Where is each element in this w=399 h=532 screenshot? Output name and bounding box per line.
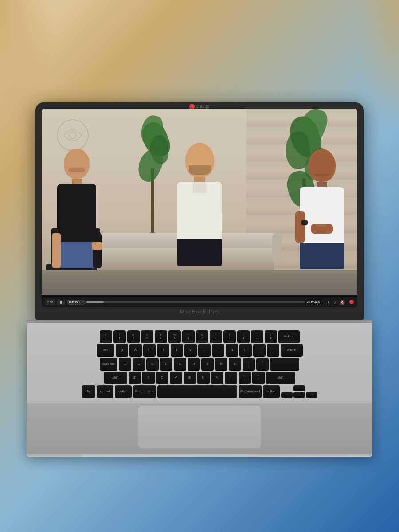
key-shift-right[interactable]: shift (266, 372, 295, 384)
trackpad[interactable] (137, 404, 262, 449)
svg-point-1 (69, 132, 76, 139)
touchbar-icons: ☀ ♪ 🔇 (325, 300, 354, 305)
person-left (57, 149, 96, 268)
equiqo-label: equiqo (196, 104, 209, 109)
key-g[interactable]: G (174, 358, 186, 370)
progress-bar[interactable] (86, 301, 305, 303)
laptop-base: §1 !1 @2 #3 $4 %5 ^6 &7 *8 (9 )0 —- += d… (27, 323, 372, 457)
key-s[interactable]: S (133, 358, 145, 370)
key-arrow-left[interactable]: ← (281, 392, 293, 398)
key-return-2[interactable] (270, 358, 299, 370)
key-a[interactable]: A (119, 358, 131, 370)
key-semicolon[interactable]: :; (243, 358, 255, 370)
equiqo-icon: e (189, 104, 195, 109)
arrow-cluster: ↑ ← ↓ → (281, 385, 317, 398)
key-9[interactable]: (9 (223, 330, 236, 343)
laptop-hinge (27, 320, 372, 323)
key-k[interactable]: K (215, 358, 227, 370)
key-lbracket[interactable]: {[ (253, 344, 266, 356)
key-command-right[interactable]: ⌘ command (239, 385, 262, 398)
key-i[interactable]: I (212, 344, 224, 356)
key-option-right[interactable]: option (263, 385, 280, 398)
key-control[interactable]: control (97, 385, 113, 398)
key-minus[interactable]: —- (251, 330, 263, 343)
laptop-bottom-lip (27, 454, 372, 457)
key-tilde[interactable]: §1 (100, 330, 112, 343)
key-slash[interactable]: ?/ (252, 372, 265, 384)
key-d[interactable]: D (146, 358, 159, 370)
key-h[interactable]: H (188, 358, 200, 370)
key-tab[interactable]: tab (97, 344, 114, 356)
key-delete[interactable]: delete (278, 330, 300, 343)
key-return[interactable]: return (281, 344, 303, 356)
key-w[interactable]: W (129, 344, 142, 356)
person-center (177, 143, 222, 266)
key-1[interactable]: !1 (113, 330, 126, 343)
key-z[interactable]: Z (129, 372, 141, 384)
webcam-brand: e equiqo (189, 104, 209, 109)
key-arrow-down[interactable]: ↓ (293, 392, 305, 398)
key-u[interactable]: U (198, 344, 211, 356)
key-8[interactable]: *8 (210, 330, 222, 343)
key-arrow-right[interactable]: → (306, 392, 317, 398)
esc-key-touchbar[interactable]: esc (45, 299, 55, 305)
mute-icon[interactable]: 🔇 (339, 300, 346, 305)
key-p[interactable]: P (239, 344, 252, 356)
key-n[interactable]: N (197, 372, 210, 384)
laptop-brand-lid: MacBook Pro (42, 307, 357, 316)
modifier-row: fn control option ⌘ command ⌘ command op… (35, 385, 364, 398)
asdf-row: caps lock A S D F G H J K L :; "' (35, 358, 364, 370)
key-equals[interactable]: += (265, 330, 277, 343)
key-capslock[interactable]: caps lock (100, 358, 117, 370)
key-t[interactable]: T (171, 344, 183, 356)
number-row: §1 !1 @2 #3 $4 %5 ^6 &7 *8 (9 )0 —- += d… (35, 330, 364, 343)
key-v[interactable]: V (170, 372, 182, 384)
key-m[interactable]: M (211, 372, 223, 384)
qwerty-row: tab Q W E R T Y U I O P {[ }] return (35, 344, 364, 356)
key-comma[interactable]: <, (225, 372, 237, 384)
key-4[interactable]: $4 (155, 330, 167, 343)
time-remaining: -00:54:43 (307, 300, 322, 304)
person-right (300, 149, 344, 269)
key-0[interactable]: )0 (237, 330, 250, 343)
key-o[interactable]: O (226, 344, 238, 356)
key-b[interactable]: B (184, 372, 196, 384)
screen-bezel: esc ⏸ 00:05:17 -00:54:43 ☀ ♪ 🔇 (42, 109, 357, 307)
key-c[interactable]: C (156, 372, 168, 384)
key-7[interactable]: &7 (196, 330, 208, 343)
key-5[interactable]: %5 (168, 330, 181, 343)
key-2[interactable]: @2 (127, 330, 140, 343)
key-f[interactable]: F (160, 358, 172, 370)
keyboard-area: §1 !1 @2 #3 $4 %5 ^6 &7 *8 (9 )0 —- += d… (27, 323, 372, 403)
key-shift-left[interactable]: shift (104, 372, 127, 384)
key-r[interactable]: R (157, 344, 169, 356)
touch-bar: esc ⏸ 00:05:17 -00:54:43 ☀ ♪ 🔇 (42, 297, 357, 307)
key-option-left[interactable]: option (115, 385, 132, 398)
record-dot (349, 300, 354, 304)
brightness-icon[interactable]: ☀ (325, 300, 332, 305)
key-space[interactable] (157, 385, 237, 398)
key-fn[interactable]: fn (82, 385, 95, 398)
key-arrow-up[interactable]: ↑ (293, 385, 305, 391)
svg-point-0 (57, 120, 88, 151)
time-elapsed: 00:05:17 (67, 300, 84, 305)
progress-fill (86, 301, 104, 303)
key-3[interactable]: #3 (141, 330, 153, 343)
key-l[interactable]: L (229, 358, 241, 370)
wall-logo (55, 117, 90, 153)
key-period[interactable]: >. (239, 372, 251, 384)
key-q[interactable]: Q (116, 344, 128, 356)
key-j[interactable]: J (201, 358, 214, 370)
laptop: e equiqo (27, 102, 372, 457)
key-e[interactable]: E (143, 344, 156, 356)
key-6[interactable]: ^6 (182, 330, 195, 343)
key-rbracket[interactable]: }] (267, 344, 279, 356)
key-quote[interactable]: "' (256, 358, 269, 370)
play-pause-touchbar[interactable]: ⏸ (57, 299, 65, 305)
key-x[interactable]: X (142, 372, 155, 384)
key-y[interactable]: Y (184, 344, 197, 356)
volume-icon[interactable]: ♪ (333, 300, 338, 305)
trackpad-wrapper (27, 403, 372, 454)
key-command-left[interactable]: ⌘ command (133, 385, 156, 398)
camera-bar: e equiqo (155, 102, 244, 110)
